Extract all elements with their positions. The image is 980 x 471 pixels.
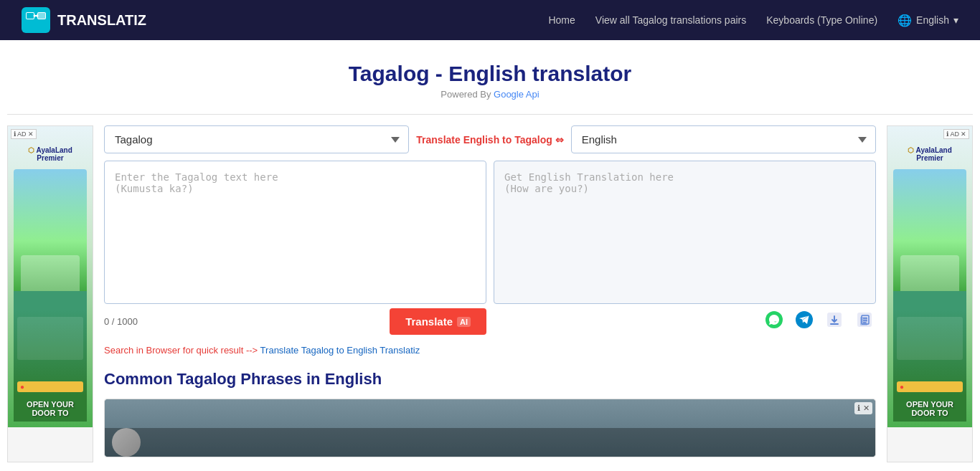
left-ad-badge: ℹ AD ✕ <box>11 129 37 139</box>
nav-home[interactable]: Home <box>548 14 575 26</box>
svg-rect-1 <box>27 13 34 19</box>
left-ad-panel: ℹ AD ✕ ⬡ AyalaLandPremier ● <box>7 125 93 462</box>
nav-dropdown-arrow: ▾ <box>953 14 958 26</box>
common-phrases-heading: Common Tagalog Phrases in English <box>104 370 876 389</box>
navbar-links: Home View all Tagalog translations pairs… <box>548 14 958 27</box>
phrase-ad-info[interactable]: ℹ <box>857 404 860 413</box>
google-api-link[interactable]: Google Api <box>494 89 540 100</box>
nav-language: English <box>916 14 949 26</box>
left-ad-info-icon[interactable]: ℹ <box>14 130 16 138</box>
search-tip: Search in Browser for quick result --> T… <box>104 345 876 356</box>
left-ad-close-icon[interactable]: ✕ <box>28 130 34 138</box>
right-ad-image <box>893 169 966 313</box>
lang-row: Tagalog English Spanish French German Tr… <box>104 125 876 153</box>
language-switcher[interactable]: 🌐 English ▾ <box>897 14 958 27</box>
textarea-row: 0 / 1000 Translate AI <box>104 161 876 335</box>
right-ad-label: AD <box>950 130 959 138</box>
right-ad-logo: ⬡ AyalaLandPremier <box>908 146 952 162</box>
svg-rect-3 <box>38 13 45 19</box>
search-tip-link[interactable]: Translate Tagalog to English Translatiz <box>260 345 420 356</box>
translate-label: Translate <box>405 315 453 328</box>
page-title: Tagalog - English translator <box>7 62 973 86</box>
left-ad-bottom-text: OPEN YOURDOOR TO <box>14 396 87 422</box>
phrase-ad-close[interactable]: ✕ <box>863 404 870 413</box>
download-button[interactable] <box>823 308 846 331</box>
left-ad-logo: ⬡ AyalaLandPremier <box>28 146 72 162</box>
source-language-select[interactable]: Tagalog English Spanish French German <box>104 125 409 153</box>
navbar: TRANSLATIZ Home View all Tagalog transla… <box>0 0 980 40</box>
nav-keyboards[interactable]: Keyboards (Type Online) <box>766 14 877 26</box>
whatsapp-share-button[interactable] <box>763 308 786 331</box>
layout-row: ℹ AD ✕ ⬡ AyalaLandPremier ● <box>7 125 973 462</box>
phrase-preview-image <box>105 399 875 457</box>
brand-icon <box>22 7 50 33</box>
brand-label: TRANSLATIZ <box>57 12 146 29</box>
translator-section: Tagalog English Spanish French German Tr… <box>93 125 887 457</box>
input-bottom: 0 / 1000 Translate AI <box>104 308 486 335</box>
output-textarea-box <box>494 161 876 335</box>
left-ad-image <box>14 169 87 313</box>
output-textarea <box>494 161 876 304</box>
powered-by: Powered By Google Api <box>7 89 973 100</box>
globe-icon: 🌐 <box>897 14 912 27</box>
divider <box>7 114 973 115</box>
copy-button[interactable] <box>853 308 876 331</box>
right-ad-panel: ℹ AD ✕ ⬡ AyalaLandPremier ● <box>887 125 973 462</box>
translate-button[interactable]: Translate AI <box>390 308 486 335</box>
target-language-select[interactable]: English Tagalog Spanish French German <box>571 125 876 153</box>
right-ad-bottom-text: OPEN YOURDOOR TO <box>893 396 966 422</box>
right-ad-badge: ℹ AD ✕ <box>943 129 969 139</box>
common-phrases-section: Common Tagalog Phrases in English ℹ ✕ <box>104 356 876 457</box>
source-textarea-box: 0 / 1000 Translate AI <box>104 161 486 335</box>
main-content: Tagalog - English translator Powered By … <box>0 40 980 462</box>
source-textarea[interactable] <box>104 161 486 304</box>
right-ad-close-icon[interactable]: ✕ <box>961 130 966 138</box>
brand-link[interactable]: TRANSLATIZ <box>22 7 146 33</box>
search-tip-text: Search in Browser for quick result --> <box>104 345 258 356</box>
left-ad-label: AD <box>17 130 27 138</box>
output-bottom <box>494 308 876 331</box>
page-title-section: Tagalog - English translator Powered By … <box>7 40 973 114</box>
right-ad-info-icon[interactable]: ℹ <box>946 130 948 138</box>
char-count: 0 / 1000 <box>104 316 138 327</box>
swap-language-button[interactable]: Translate English to Tagalog ⇔ <box>416 134 563 146</box>
telegram-share-button[interactable] <box>793 308 816 331</box>
nav-tagalog-pairs[interactable]: View all Tagalog translations pairs <box>595 14 746 26</box>
ai-badge: AI <box>457 317 471 327</box>
